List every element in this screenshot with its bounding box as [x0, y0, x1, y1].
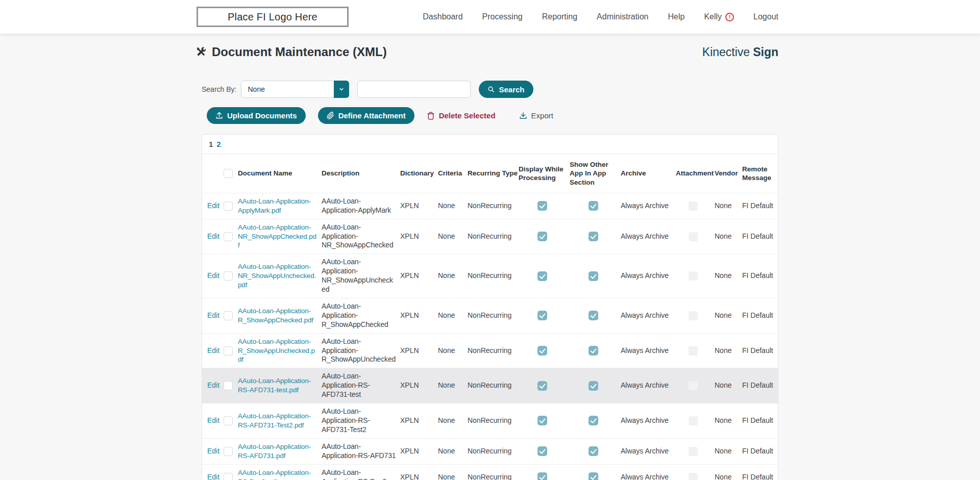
edit-link[interactable]: Edit [207, 381, 219, 389]
vendor-cell: None [715, 464, 742, 480]
table-row: Edit AAuto-Loan-Application-RS-AFD731-Te… [202, 403, 778, 439]
edit-link[interactable]: Edit [207, 346, 219, 355]
archive-cell: Always Archive [621, 333, 676, 368]
description-cell: AAuto-Loan-Application-NR_ShowAppChecked [322, 219, 400, 254]
edit-link[interactable]: Edit [207, 232, 219, 240]
upload-documents-button[interactable]: Upload Documents [207, 107, 306, 124]
row-select-checkbox[interactable] [224, 311, 233, 320]
upload-documents-label: Upload Documents [227, 111, 297, 120]
document-name-link[interactable]: AAuto-Loan-Application-RS-AFD731.pdf [238, 443, 311, 460]
document-name-link[interactable]: AAuto-Loan-Application-ApplyMark.pdf [238, 197, 311, 214]
show-other-app-checkbox[interactable] [589, 271, 598, 281]
edit-link[interactable]: Edit [207, 311, 219, 319]
brand-name: Kinective [702, 45, 750, 59]
display-while-processing-checkbox[interactable] [537, 381, 547, 391]
edit-link[interactable]: Edit [207, 447, 219, 455]
page-link-1[interactable]: 1 [209, 140, 213, 148]
document-name-link[interactable]: AAuto-Loan-Application-RS-AFD731-test.pd… [238, 377, 311, 394]
edit-link[interactable]: Edit [207, 201, 219, 210]
table-header-row: Document Name Description Dictionary Cri… [202, 154, 778, 193]
delete-selected-button[interactable]: Delete Selected [427, 111, 496, 120]
document-name-link[interactable]: AAuto-Loan-Application-R_ShowAppChecked.… [238, 307, 313, 324]
nav-item-administration[interactable]: Administration [597, 12, 648, 21]
dictionary-cell: XPLN [400, 464, 438, 480]
user-name-label: Kelly [704, 12, 722, 21]
document-name-link[interactable]: AAuto-Loan-Application-NR_ShowAppUncheck… [238, 263, 316, 289]
tools-icon [195, 46, 207, 58]
display-while-processing-checkbox[interactable] [537, 201, 547, 211]
document-name-link[interactable]: AAuto-Loan-Application-RS-Doc2.pdf [238, 469, 311, 480]
edit-link[interactable]: Edit [207, 271, 219, 280]
document-name-link[interactable]: AAuto-Loan-Application-NR_ShowAppChecked… [238, 223, 316, 249]
edit-link[interactable]: Edit [207, 416, 219, 424]
nav-item-help[interactable]: Help [668, 12, 684, 21]
show-other-app-checkbox[interactable] [589, 232, 598, 241]
archive-cell: Always Archive [621, 464, 676, 480]
paperclip-icon [327, 112, 334, 119]
nav-item-logout[interactable]: Logout [753, 12, 778, 21]
description-cell: AAuto-Loan-Application-RS-AFD731-Test2 [322, 403, 400, 439]
alert-icon [725, 13, 734, 21]
row-select-checkbox[interactable] [224, 473, 233, 480]
documents-table: Document Name Description Dictionary Cri… [202, 154, 778, 480]
display-while-processing-checkbox[interactable] [537, 232, 547, 241]
show-other-app-checkbox[interactable] [589, 446, 598, 456]
show-other-app-checkbox[interactable] [589, 472, 598, 480]
archive-cell: Always Archive [621, 219, 676, 254]
select-dropdown-button[interactable] [334, 81, 349, 98]
description-cell: AAuto-Loan-Application-RS-Doc2 [322, 464, 400, 480]
search-by-select[interactable]: None [241, 81, 349, 98]
show-other-app-checkbox[interactable] [589, 416, 598, 425]
display-while-processing-checkbox[interactable] [537, 472, 547, 480]
define-attachment-button[interactable]: Define Attachment [318, 107, 414, 124]
col-header-archive: Archive [621, 154, 676, 193]
display-while-processing-checkbox[interactable] [537, 446, 547, 456]
nav-item-processing[interactable]: Processing [482, 12, 523, 21]
archive-cell: Always Archive [621, 298, 676, 333]
remote-message-cell: FI Default [742, 193, 778, 219]
show-other-app-checkbox[interactable] [589, 311, 598, 320]
page-link-2[interactable]: 2 [216, 140, 220, 148]
document-name-link[interactable]: AAuto-Loan-Application-RS-AFD731-Test2.p… [238, 412, 311, 429]
display-while-processing-checkbox[interactable] [537, 346, 547, 356]
show-other-app-checkbox[interactable] [589, 201, 598, 211]
dictionary-cell: XPLN [400, 193, 438, 219]
show-other-app-checkbox[interactable] [589, 381, 598, 391]
archive-cell: Always Archive [621, 438, 676, 464]
attachment-checkbox [689, 473, 698, 480]
row-select-checkbox[interactable] [224, 346, 233, 356]
archive-cell: Always Archive [621, 193, 676, 219]
row-select-checkbox[interactable] [224, 447, 233, 456]
table-row: Edit AAuto-Loan-Application-RS-Doc2.pdf … [202, 464, 778, 480]
vendor-cell: None [715, 368, 742, 403]
row-select-checkbox[interactable] [224, 271, 233, 281]
brand-product: Sign [753, 45, 778, 59]
search-input[interactable] [357, 81, 471, 98]
nav-item-user-kelly[interactable]: Kelly [704, 12, 734, 21]
criteria-cell: None [438, 193, 468, 219]
col-header-criteria: Criteria [438, 154, 468, 193]
description-cell: AAuto-Loan-Application-RS-AFD731-test [322, 368, 400, 403]
row-select-checkbox[interactable] [224, 201, 233, 211]
row-select-checkbox[interactable] [224, 381, 233, 390]
remote-message-cell: FI Default [742, 219, 778, 254]
vendor-cell: None [715, 438, 742, 464]
recurring-type-cell: NonRecurring [468, 464, 519, 480]
show-other-app-checkbox[interactable] [589, 346, 598, 356]
display-while-processing-checkbox[interactable] [537, 311, 547, 320]
dictionary-cell: XPLN [400, 403, 438, 439]
nav-item-dashboard[interactable]: Dashboard [423, 12, 462, 21]
display-while-processing-checkbox[interactable] [537, 416, 547, 425]
edit-link[interactable]: Edit [207, 473, 219, 480]
row-select-checkbox[interactable] [224, 416, 233, 425]
nav-item-reporting[interactable]: Reporting [542, 12, 577, 21]
display-while-processing-checkbox[interactable] [537, 271, 547, 281]
select-all-checkbox[interactable] [224, 169, 233, 178]
criteria-cell: None [438, 298, 468, 333]
document-name-link[interactable]: AAuto-Loan-Application-R_ShowAppUnchecke… [238, 338, 315, 364]
documents-panel: 1 2 Document Name Description Dictionary… [202, 134, 778, 480]
search-button[interactable]: Search [479, 81, 533, 98]
row-select-checkbox[interactable] [224, 232, 233, 241]
export-button[interactable]: Export [519, 111, 553, 120]
attachment-checkbox [689, 416, 698, 425]
